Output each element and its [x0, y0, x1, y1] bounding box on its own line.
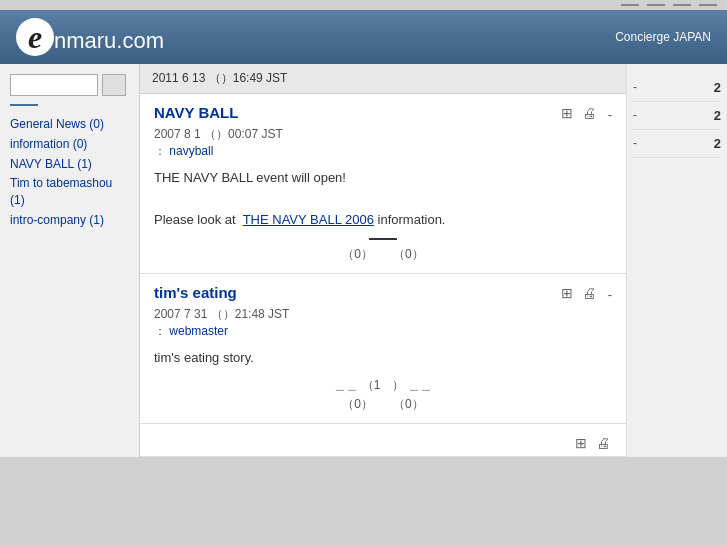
sidebar-nav: General News (0) information (0) NAVY BA…: [10, 116, 129, 229]
post-tims-eating-header-row: tim's eating ⊞ 🖨 -: [154, 284, 612, 302]
post-navy-ball-footer-underline: [369, 238, 397, 240]
logo: enmaru.com: [16, 18, 164, 56]
sidebar-underline: [10, 104, 38, 106]
post-partial: ⊞ 🖨: [140, 424, 626, 457]
post-navy-ball-body-text1: THE NAVY BALL event will open!: [154, 170, 346, 185]
footer-underline-suffix: ＿＿: [408, 378, 432, 392]
post-tims-eating-actions: ⊞ 🖨 -: [558, 284, 612, 302]
print-icon[interactable]: 🖨: [580, 104, 598, 122]
post-navy-ball-count1: （0）: [342, 246, 373, 263]
right-item-2: - 2: [633, 102, 721, 130]
right-dash-3: -: [633, 136, 637, 150]
sidebar-item-intro-company[interactable]: intro-company (1): [10, 212, 129, 229]
post-navy-ball-header-row: NAVY BALL ⊞ 🖨 -: [154, 104, 612, 122]
post-navy-ball-footer: （0） （0）: [154, 238, 612, 263]
post-tims-eating-body-text: tim's eating story.: [154, 350, 254, 365]
post-tims-eating-dash: -: [608, 287, 612, 302]
search-input[interactable]: [10, 74, 98, 96]
post-navy-ball-count2: （0）: [393, 246, 424, 263]
post-partial-header-row: ⊞ 🖨: [154, 434, 612, 452]
post-tims-eating-count-mid: （1 ）: [362, 378, 405, 392]
post-navy-ball-author-label: ：: [154, 144, 166, 158]
right-num-3: 2: [714, 136, 721, 151]
content-date-header: 2011 6 13 （）16:49 JST: [140, 64, 626, 94]
right-dash-1: -: [633, 80, 637, 94]
sidebar-item-navy-ball[interactable]: NAVY BALL (1): [10, 156, 129, 173]
navy-ball-2006-link[interactable]: THE NAVY BALL 2006: [243, 212, 374, 227]
logo-text: nmaru.com: [54, 28, 164, 53]
post-navy-ball-footer-counts: （0） （0）: [154, 246, 612, 263]
top-bar: [0, 0, 727, 10]
post-tims-eating-count1: （0）: [342, 396, 373, 413]
right-sidebar: - 2 - 2 - 2: [627, 64, 727, 457]
post-tims-eating-footer: ＿＿ （1 ） ＿＿ （0） （0）: [154, 377, 612, 413]
search-button[interactable]: [102, 74, 126, 96]
post-navy-ball-title[interactable]: NAVY BALL: [154, 104, 238, 121]
right-dash-2: -: [633, 108, 637, 122]
top-dash-4: [699, 4, 717, 6]
top-dash-1: [621, 4, 639, 6]
right-item-3: - 2: [633, 130, 721, 158]
post-tims-eating-author-label: ：: [154, 324, 166, 338]
print-icon-3[interactable]: 🖨: [594, 434, 612, 452]
footer-underline-prefix: ＿＿: [334, 378, 358, 392]
post-tims-eating-footer-counts: （0） （0）: [154, 396, 612, 413]
content-area: 2011 6 13 （）16:49 JST NAVY BALL ⊞ 🖨 - 20…: [140, 64, 627, 457]
post-tims-eating-date: 2007 7 31 （）21:48 JST: [154, 307, 289, 321]
post-navy-ball-body: THE NAVY BALL event will open! Please lo…: [154, 168, 612, 230]
logo-e: e: [16, 18, 54, 56]
post-tims-eating-title[interactable]: tim's eating: [154, 284, 237, 301]
right-num-2: 2: [714, 108, 721, 123]
post-tims-eating-author-link[interactable]: webmaster: [169, 324, 228, 338]
top-dash-3: [673, 4, 691, 6]
post-navy-ball-body-text2: Please look at THE NAVY BALL 2006 inform…: [154, 212, 445, 227]
copy-icon-2[interactable]: ⊞: [558, 284, 576, 302]
right-num-1: 2: [714, 80, 721, 95]
post-navy-ball-meta: 2007 8 1 （）00:07 JST ： navyball: [154, 126, 612, 160]
main-layout: General News (0) information (0) NAVY BA…: [0, 64, 727, 457]
post-navy-ball: NAVY BALL ⊞ 🖨 - 2007 8 1 （）00:07 JST ： n…: [140, 94, 626, 274]
post-tims-eating-count2: （0）: [393, 396, 424, 413]
post-tims-eating-footer-line1: ＿＿ （1 ） ＿＿: [154, 377, 612, 394]
post-navy-ball-actions: ⊞ 🖨 -: [558, 104, 612, 122]
post-tims-eating-body: tim's eating story.: [154, 348, 612, 369]
print-icon-2[interactable]: 🖨: [580, 284, 598, 302]
sidebar-item-information[interactable]: information (0): [10, 136, 129, 153]
post-navy-ball-date: 2007 8 1 （）00:07 JST: [154, 127, 283, 141]
sidebar-item-general-news[interactable]: General News (0): [10, 116, 129, 133]
top-dash-2: [647, 4, 665, 6]
post-navy-ball-author-link[interactable]: navyball: [169, 144, 213, 158]
post-tims-eating-meta: 2007 7 31 （）21:48 JST ： webmaster: [154, 306, 612, 340]
concierge-label: Concierge JAPAN: [615, 30, 711, 44]
post-partial-actions: ⊞ 🖨: [572, 434, 612, 452]
sidebar-item-tim-tabemashou[interactable]: Tim to tabemashou (1): [10, 175, 129, 209]
post-tims-eating: tim's eating ⊞ 🖨 - 2007 7 31 （）21:48 JST…: [140, 274, 626, 424]
copy-icon[interactable]: ⊞: [558, 104, 576, 122]
copy-icon-3[interactable]: ⊞: [572, 434, 590, 452]
search-row: [10, 74, 129, 96]
sidebar: General News (0) information (0) NAVY BA…: [0, 64, 140, 457]
header: enmaru.com Concierge JAPAN: [0, 10, 727, 64]
post-navy-ball-dash: -: [608, 107, 612, 122]
right-item-1: - 2: [633, 74, 721, 102]
